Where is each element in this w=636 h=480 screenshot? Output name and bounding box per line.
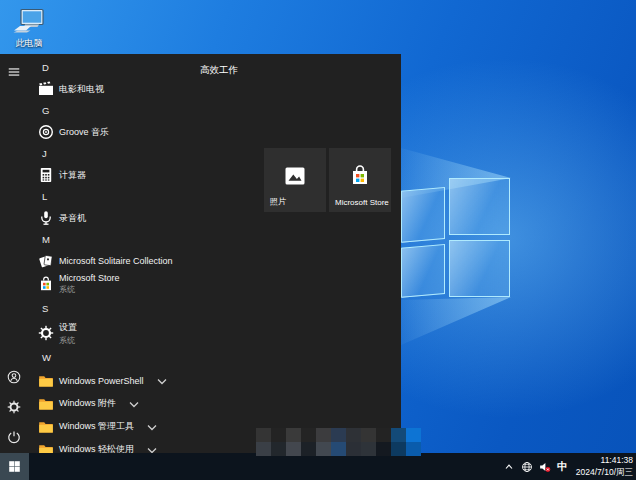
folder-icon (38, 442, 54, 454)
solitaire-icon (38, 253, 54, 269)
windows-logo-pane-bottom-right (449, 240, 510, 297)
settings-button[interactable] (0, 394, 28, 420)
mosaic-block (406, 442, 421, 456)
chevron-down-icon (144, 442, 160, 454)
mosaic-block (316, 428, 331, 442)
app-item-label: 设置 (59, 321, 77, 334)
mosaic-block (406, 428, 421, 442)
taskbar: 中 11:41:38 2024/7/10/周三 (0, 453, 636, 480)
mosaic-block (376, 428, 391, 442)
folder-item-label: Windows 管理工具 (59, 420, 134, 433)
folder-item-14[interactable]: Windows PowerShell (28, 369, 200, 392)
app-item-movies-tv[interactable]: 电影和电视 (28, 79, 200, 99)
desktop-icon-this-pc[interactable]: 此电脑 (5, 8, 53, 50)
groove-icon (38, 124, 54, 140)
desktop-icon-label: 此电脑 (5, 37, 53, 50)
app-item-text: 电影和电视 (59, 83, 104, 96)
mosaic-block (256, 442, 271, 456)
mosaic-block (346, 428, 361, 442)
mosaic-block (361, 442, 376, 456)
mosaic-block (331, 442, 346, 456)
power-button[interactable] (0, 424, 28, 450)
store-tile-icon (348, 164, 372, 188)
mosaic-block (271, 442, 286, 456)
tile-group-header: 高效工作 (200, 64, 238, 77)
app-item-label: Groove 音乐 (59, 126, 109, 139)
app-item-text: 录音机 (59, 212, 86, 225)
expand-menu-button[interactable] (0, 59, 28, 85)
app-item-sublabel: 系统 (59, 335, 77, 346)
app-item-voice-recorder[interactable]: 录音机 (28, 208, 200, 228)
app-item-text: Groove 音乐 (59, 126, 109, 139)
voice-recorder-icon (38, 210, 54, 226)
network-globe-icon[interactable] (521, 461, 533, 473)
taskbar-clock[interactable]: 11:41:38 2024/7/10/周三 (576, 455, 633, 477)
folder-item-15[interactable]: Windows 附件 (28, 392, 200, 415)
app-list-letter-L[interactable]: L (28, 185, 200, 208)
app-item-store[interactable]: Microsoft Store系统 (28, 271, 200, 297)
windows-logo-pane-bottom-left (401, 244, 445, 298)
app-item-calculator[interactable]: 计算器 (28, 165, 200, 185)
windows-logo-pane-top-left (401, 187, 445, 243)
app-item-text: Microsoft Solitaire Collection (59, 256, 173, 266)
start-button[interactable] (0, 453, 29, 480)
hamburger-icon (7, 65, 21, 79)
windows-logo-pane-top-right (449, 178, 510, 235)
app-item-label: 电影和电视 (59, 83, 104, 96)
photos-icon (283, 164, 307, 188)
user-avatar-icon (7, 370, 21, 384)
tray-chevron-up-icon[interactable] (503, 461, 515, 473)
app-item-sublabel: 系统 (59, 284, 120, 295)
app-item-label: 计算器 (59, 169, 86, 182)
store-icon (38, 276, 54, 292)
tile-label: Microsoft Store (335, 198, 389, 207)
app-item-groove[interactable]: Groove 音乐 (28, 122, 200, 142)
app-list-letter-S[interactable]: S (28, 297, 200, 320)
app-item-text: 设置系统 (59, 321, 77, 346)
start-menu: D电影和电视GGroove 音乐J计算器L录音机MMicrosoft Solit… (0, 54, 401, 453)
mosaic-row (256, 428, 421, 442)
app-list: D电影和电视GGroove 音乐J计算器L录音机MMicrosoft Solit… (28, 54, 200, 453)
mosaic-block (391, 442, 406, 456)
chevron-down-icon (144, 419, 160, 435)
app-list-letter-M[interactable]: M (28, 228, 200, 251)
mosaic-block (346, 442, 361, 456)
app-item-solitaire[interactable]: Microsoft Solitaire Collection (28, 251, 200, 271)
folder-item-16[interactable]: Windows 管理工具 (28, 415, 200, 438)
app-list-letter-W[interactable]: W (28, 346, 200, 369)
tile-section: 高效工作 照片Microsoft Store (200, 54, 401, 453)
tile-photos[interactable]: 照片 (264, 148, 326, 212)
ime-indicator[interactable]: 中 (557, 461, 568, 472)
mosaic-block (376, 442, 391, 456)
tile-store-tile[interactable]: Microsoft Store (329, 148, 391, 212)
clock-date: 2024/7/10/周三 (576, 467, 633, 478)
calculator-icon (38, 167, 54, 183)
mosaic-block (256, 428, 271, 442)
folder-item-17[interactable]: Windows 轻松使用 (28, 438, 200, 453)
settings-icon (38, 325, 54, 341)
app-item-text: Microsoft Store系统 (59, 273, 120, 295)
mosaic-block (301, 442, 316, 456)
clock-time: 11:41:38 (576, 455, 633, 466)
app-item-settings[interactable]: 设置系统 (28, 320, 200, 346)
folder-icon (38, 419, 54, 435)
folder-item-label: Windows 轻松使用 (59, 443, 134, 453)
windows-flag-icon (8, 460, 21, 473)
movies-tv-icon (38, 81, 54, 97)
folder-item-label: Windows PowerShell (59, 376, 144, 386)
app-list-letter-J[interactable]: J (28, 142, 200, 165)
user-account-button[interactable] (0, 364, 28, 390)
volume-muted-icon[interactable] (539, 461, 551, 473)
tile-label: 照片 (270, 196, 286, 207)
chevron-down-icon (126, 396, 142, 412)
mosaic-block (301, 428, 316, 442)
app-item-label: 录音机 (59, 212, 86, 225)
system-tray: 中 11:41:38 2024/7/10/周三 (503, 455, 636, 477)
mosaic-block (316, 442, 331, 456)
folder-item-label: Windows 附件 (59, 397, 116, 410)
folder-icon (38, 373, 54, 389)
app-list-letter-D[interactable]: D (28, 56, 200, 79)
app-list-letter-G[interactable]: G (28, 99, 200, 122)
mosaic-block (286, 442, 301, 456)
app-item-label: Microsoft Store (59, 273, 120, 283)
